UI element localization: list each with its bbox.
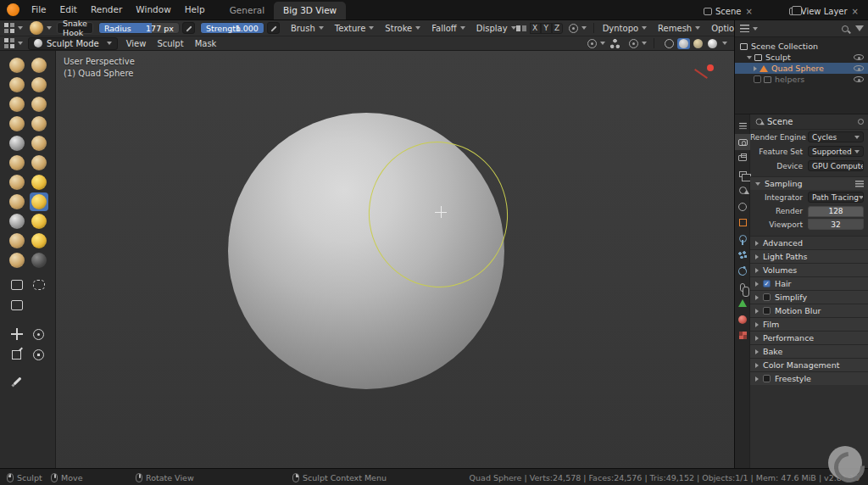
outliner-row-helpers[interactable]: helpers bbox=[735, 74, 868, 85]
tool-lasso-mask[interactable] bbox=[30, 276, 48, 294]
brush-panel-menu[interactable]: Brush bbox=[291, 24, 324, 33]
hair-checkbox[interactable] bbox=[763, 280, 771, 287]
tab-texture[interactable] bbox=[735, 327, 750, 343]
tool-clay-strips[interactable] bbox=[30, 75, 48, 94]
visibility-eye-icon[interactable] bbox=[854, 54, 864, 60]
tool-slide-relax[interactable] bbox=[8, 251, 26, 270]
mode-dropdown[interactable]: Sculpt Mode bbox=[28, 37, 118, 50]
tab-constraints[interactable] bbox=[735, 279, 750, 295]
feature-set-dropdown[interactable]: Supported bbox=[808, 146, 864, 157]
radius-slider[interactable]: Radius 177 px bbox=[98, 22, 180, 34]
collapse-arrow-icon[interactable] bbox=[747, 56, 752, 59]
scene-unlink-button[interactable]: × bbox=[744, 7, 753, 16]
section-performance[interactable]: Performance bbox=[750, 331, 868, 344]
collection-checkbox[interactable] bbox=[754, 75, 761, 83]
motion-blur-checkbox[interactable] bbox=[763, 307, 771, 315]
mirror-y-toggle[interactable]: Y bbox=[541, 23, 552, 34]
tab-object[interactable] bbox=[735, 215, 750, 231]
tool-draw[interactable] bbox=[8, 56, 26, 75]
tool-elastic-deform[interactable] bbox=[8, 192, 26, 211]
tool-flatten[interactable] bbox=[30, 134, 48, 153]
freestyle-checkbox[interactable] bbox=[763, 375, 771, 382]
tool-layer[interactable] bbox=[8, 95, 26, 114]
menu-render[interactable]: Render bbox=[84, 4, 129, 20]
section-volumes[interactable]: Volumes bbox=[750, 263, 868, 276]
3d-viewport[interactable]: User Perspective (1) Quad Sphere bbox=[56, 51, 734, 468]
overlays-button[interactable] bbox=[624, 39, 647, 48]
menu-mask[interactable]: Mask bbox=[195, 39, 217, 48]
integrator-dropdown[interactable]: Path Tracing bbox=[808, 192, 864, 203]
strength-pressure-toggle[interactable] bbox=[267, 22, 280, 34]
section-motion-blur[interactable]: Motion Blur bbox=[750, 304, 868, 317]
shading-wireframe-button[interactable] bbox=[663, 38, 676, 49]
outliner-editor-icon[interactable] bbox=[740, 25, 749, 32]
visibility-eye-icon[interactable] bbox=[854, 76, 864, 82]
tab-modifiers[interactable] bbox=[735, 231, 750, 247]
tool-clay[interactable] bbox=[8, 75, 26, 94]
simplify-checkbox[interactable] bbox=[763, 293, 771, 301]
shading-rendered-button[interactable] bbox=[706, 38, 719, 49]
tool-move[interactable] bbox=[8, 325, 26, 343]
tool-scale[interactable] bbox=[8, 345, 26, 364]
workspace-tab-general[interactable]: General bbox=[220, 2, 274, 20]
radius-pressure-toggle[interactable] bbox=[182, 22, 195, 34]
tab-physics[interactable] bbox=[735, 263, 750, 279]
section-freestyle[interactable]: Freestyle bbox=[750, 371, 868, 385]
device-dropdown[interactable]: GPU Compute bbox=[808, 160, 864, 171]
section-film[interactable]: Film bbox=[750, 317, 868, 331]
visibility-eye-icon[interactable] bbox=[854, 65, 864, 71]
render-engine-dropdown[interactable]: Cycles bbox=[808, 131, 864, 142]
outliner-row-quad-sphere[interactable]: Quad Sphere bbox=[735, 63, 868, 74]
tool-rotate-brush[interactable] bbox=[30, 231, 48, 250]
tool-snake-hook[interactable] bbox=[30, 192, 48, 211]
search-icon[interactable] bbox=[842, 25, 849, 32]
workspace-tab-big-3d-view[interactable]: Big 3D View bbox=[274, 2, 346, 20]
presets-icon[interactable] bbox=[855, 181, 864, 187]
view-layer-close-button[interactable]: × bbox=[851, 7, 860, 16]
falloff-panel-menu[interactable]: Falloff bbox=[431, 24, 465, 33]
blender-logo-icon[interactable] bbox=[7, 3, 19, 16]
scene-selector[interactable]: Scene × bbox=[704, 7, 754, 16]
tool-draw-sharp[interactable] bbox=[30, 56, 48, 75]
tool-box-mask[interactable] bbox=[8, 276, 26, 294]
tab-object-data[interactable] bbox=[735, 295, 750, 311]
samples-render-field[interactable]: 128 bbox=[808, 206, 864, 217]
dyntopo-menu[interactable]: Dyntopo bbox=[603, 24, 647, 33]
section-color-management[interactable]: Color Management bbox=[750, 358, 868, 371]
display-panel-menu[interactable]: Display bbox=[476, 24, 516, 33]
tool-blob[interactable] bbox=[8, 114, 26, 133]
outliner-row-sculpt-collection[interactable]: Sculpt bbox=[735, 52, 868, 63]
properties-editor-selector[interactable] bbox=[735, 118, 750, 134]
shading-material-button[interactable] bbox=[692, 38, 704, 49]
menu-sculpt[interactable]: Sculpt bbox=[157, 39, 183, 48]
menu-edit[interactable]: Edit bbox=[53, 4, 84, 20]
falloff-shape-button[interactable] bbox=[567, 24, 587, 33]
section-hair[interactable]: Hair bbox=[750, 276, 868, 290]
tool-grab[interactable] bbox=[30, 173, 48, 192]
axis-gizmo-x-icon[interactable] bbox=[707, 64, 714, 71]
view-layer-selector[interactable]: View Layer × bbox=[789, 7, 860, 16]
brush-name-field[interactable]: Snake Hook bbox=[57, 22, 93, 34]
tab-render[interactable] bbox=[735, 134, 750, 150]
tool-rotate[interactable] bbox=[30, 325, 48, 343]
shading-solid-button[interactable] bbox=[677, 38, 690, 49]
pivot-point-button[interactable] bbox=[582, 39, 605, 48]
menu-window[interactable]: Window bbox=[129, 4, 177, 20]
strength-slider[interactable]: Strength 1.000 bbox=[200, 22, 264, 34]
filter-icon[interactable] bbox=[855, 25, 864, 31]
expand-arrow-icon[interactable] bbox=[754, 66, 757, 71]
menu-view[interactable]: View bbox=[126, 39, 147, 48]
tab-scene[interactable] bbox=[735, 182, 750, 198]
tab-particles[interactable] bbox=[735, 247, 750, 263]
tool-pose[interactable] bbox=[30, 212, 48, 231]
texture-panel-menu[interactable]: Texture bbox=[335, 24, 375, 33]
outliner-row-scene-collection[interactable]: Scene Collection bbox=[735, 41, 868, 52]
section-light-paths[interactable]: Light Paths bbox=[750, 249, 868, 263]
pin-icon[interactable] bbox=[858, 119, 864, 125]
tool-mask[interactable] bbox=[30, 251, 48, 270]
tool-box-hide[interactable] bbox=[8, 296, 26, 315]
tool-pinch[interactable] bbox=[8, 173, 26, 192]
menu-file[interactable]: File bbox=[25, 4, 53, 20]
tool-crease[interactable] bbox=[30, 114, 48, 133]
tab-material[interactable] bbox=[735, 311, 750, 327]
